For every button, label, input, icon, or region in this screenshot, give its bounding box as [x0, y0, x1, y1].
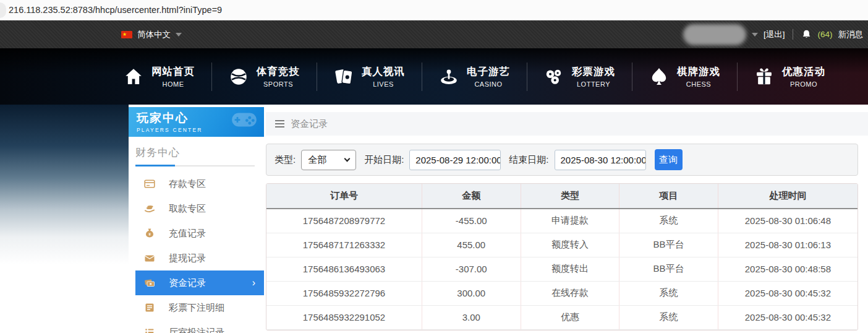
column-header: 项目 [619, 184, 718, 209]
sidebar-item-label: 资金记录 [169, 277, 206, 289]
nav-item-sublabel: LOTTERY [577, 80, 610, 88]
project-cell: BB平台 [619, 257, 718, 281]
type-cell: 额度转入 [521, 233, 619, 257]
new-message-label[interactable]: 新消息 [838, 29, 864, 40]
list-icon [143, 326, 156, 333]
sidebar-item-label: 彩票下注明细 [169, 302, 224, 314]
nav-item-sublabel: CHESS [686, 80, 711, 88]
time-cell: 2025-08-30 01:06:48 [718, 209, 857, 233]
order-id-cell: 1756485932272796 [266, 281, 422, 305]
nav-item-sublabel: PROMO [790, 80, 817, 88]
message-count[interactable]: (64) [817, 30, 832, 39]
time-cell: 2025-08-30 01:06:13 [718, 233, 857, 257]
gift-icon [754, 66, 775, 87]
time-cell: 2025-08-30 00:45:32 [718, 281, 857, 305]
chevron-down-icon [176, 33, 182, 37]
sidebar-item[interactable]: 充值记录 › [135, 221, 264, 246]
account-bar: ★ 简体中文 [退出] (64) 新消息 [0, 20, 868, 48]
type-cell: 在线存款 [521, 281, 619, 305]
table-row: 17564859322910523.00优惠系统2025-08-30 00:45… [266, 305, 857, 329]
sidebar-item[interactable]: 提现记录 › [135, 246, 264, 270]
time-cell: 2025-08-30 00:48:58 [718, 257, 857, 281]
filter-panel: 类型: 全部 开始日期: 结束日期: 查询 [266, 144, 858, 176]
records-table: 订单号金额类型项目处理时间 1756487208979772-455.00申请提… [266, 183, 858, 331]
order-id-cell: 1756485932291052 [266, 305, 422, 329]
sidebar-item-label: 厅室投注记录 [169, 327, 224, 333]
nav-item[interactable]: 棋牌游戏 CHESS [632, 65, 737, 88]
sidebar-item[interactable]: 彩票下注明细 › [135, 295, 264, 320]
nav-item-label: 真人视讯 [362, 65, 405, 79]
sidebar-item[interactable]: 存款专区 › [135, 171, 264, 196]
money-bag-icon [143, 227, 156, 240]
type-label: 类型: [274, 154, 296, 166]
type-select-value: 全部 [308, 154, 326, 166]
order-id-cell: 1756486136493063 [266, 257, 422, 281]
start-date-input[interactable] [409, 150, 501, 170]
sidebar-item[interactable]: 厅室投注记录 › [135, 320, 264, 333]
project-cell: 系统 [619, 209, 718, 233]
nav-item-label: 体育竞技 [257, 65, 300, 79]
url-text[interactable]: 216.118.235.52:8783/hhcp/usercenter.html… [9, 5, 222, 15]
main-nav: 网站首页 HOME 体育竞技 SPORTS 真人视讯 LIVES 电子游艺 CA… [0, 48, 868, 105]
search-button[interactable]: 查询 [655, 149, 683, 170]
column-header: 金额 [422, 184, 521, 209]
lottery-balls-icon [543, 66, 564, 87]
browser-chrome-fragment [0, 2, 6, 18]
sidebar-item-label: 存款专区 [169, 178, 206, 190]
sidebar-item-label: 提现记录 [169, 253, 206, 264]
chevron-down-icon [752, 33, 758, 37]
section-divider [135, 165, 255, 166]
type-cell: 申请提款 [521, 209, 619, 233]
background-gradient [0, 105, 129, 333]
language-label: 简体中文 [137, 29, 171, 40]
nav-item[interactable]: 真人视讯 LIVES [317, 65, 422, 88]
type-select[interactable]: 全部 [301, 150, 356, 170]
language-selector[interactable]: ★ 简体中文 [121, 29, 182, 40]
spade-icon [649, 66, 670, 87]
browser-url-bar: 216.118.235.52:8783/hhcp/usercenter.html… [0, 0, 868, 20]
divider [793, 29, 793, 40]
china-flag-icon: ★ [121, 31, 132, 38]
column-header: 类型 [521, 184, 619, 209]
nav-item[interactable]: 体育竞技 SPORTS [211, 65, 317, 88]
nav-item[interactable]: 网站首页 HOME [106, 65, 211, 88]
chevron-right-icon: › [252, 278, 255, 288]
nav-item-label: 电子游艺 [467, 65, 510, 79]
wallet-notes-icon [143, 277, 156, 289]
type-cell: 优惠 [521, 305, 619, 329]
nav-item[interactable]: 电子游艺 CASINO [422, 65, 527, 88]
envelope-cash-icon [143, 252, 156, 264]
amount-cell: 3.00 [422, 305, 521, 329]
nav-item-sublabel: HOME [163, 80, 184, 88]
bell-icon[interactable] [801, 28, 812, 40]
gamepad-icon [231, 110, 258, 129]
nav-item-label: 优惠活动 [782, 65, 825, 79]
sidebar-item[interactable]: 资金记录 › [135, 270, 264, 295]
main-content: 资金记录 类型: 全部 开始日期: 结束日期: 查询 订单号金额类型项目处理时间… [266, 105, 868, 333]
table-header-row: 订单号金额类型项目处理时间 [266, 184, 857, 209]
table-row: 1756485932272796300.00在线存款系统2025-08-30 0… [266, 281, 857, 305]
chevron-down-icon [344, 155, 351, 162]
logout-link[interactable]: [退出] [764, 29, 785, 40]
nav-item-sublabel: CASINO [474, 80, 502, 88]
column-header: 处理时间 [718, 184, 857, 209]
sports-ball-icon [228, 66, 249, 87]
amount-cell: 455.00 [422, 233, 521, 257]
page-header: 资金记录 [266, 112, 868, 136]
players-center-header: 玩家中心 PLAYERS CENTER [129, 107, 264, 137]
sidebar: 玩家中心 PLAYERS CENTER 财务中心 存款专区 › 取款专区 › 充… [129, 107, 264, 333]
table-row: 1756487208979772-455.00申请提款系统2025-08-30 … [266, 209, 857, 233]
finance-section-title: 财务中心 [135, 145, 264, 160]
nav-item[interactable]: 彩票游戏 LOTTERY [527, 65, 632, 88]
menu-icon[interactable] [275, 120, 284, 128]
content-area: 玩家中心 PLAYERS CENTER 财务中心 存款专区 › 取款专区 › 充… [0, 105, 868, 333]
table-row: 1756486136493063-307.00额度转出BB平台2025-08-3… [266, 257, 857, 281]
nav-item-label: 棋牌游戏 [677, 65, 720, 79]
start-date-label: 开始日期: [364, 154, 404, 166]
username-blurred[interactable] [683, 24, 746, 45]
time-cell: 2025-08-30 00:45:32 [718, 305, 857, 329]
nav-item[interactable]: 优惠活动 PROMO [737, 65, 842, 88]
sidebar-item[interactable]: 取款专区 › [135, 196, 264, 221]
end-date-input[interactable] [555, 150, 646, 170]
hand-cash-icon [143, 202, 156, 215]
